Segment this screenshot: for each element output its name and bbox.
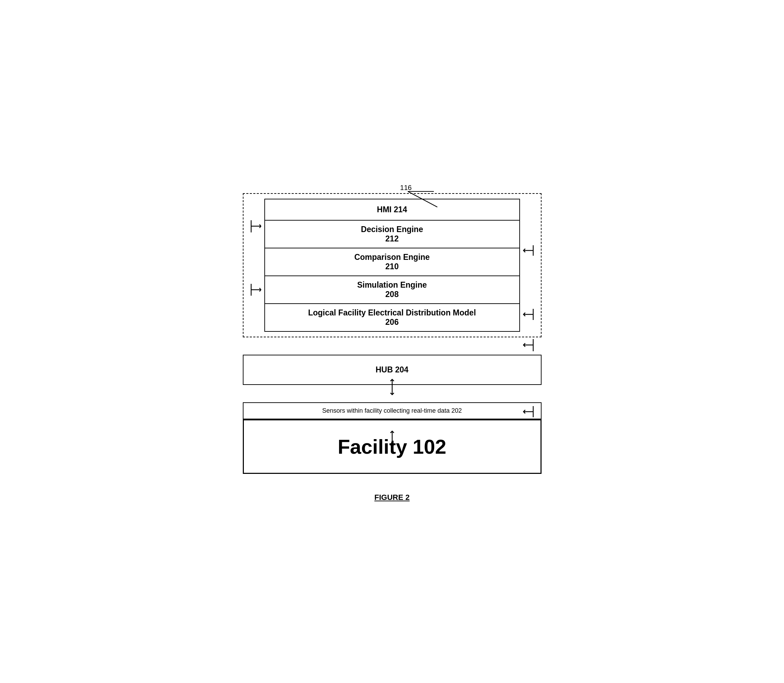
- stacked-components: HMI 214 Decision Engine 212 Comparison E…: [265, 199, 520, 332]
- sensors-label: Sensors within facility collecting real-…: [322, 407, 462, 414]
- figure-label: FIGURE 2: [374, 493, 410, 502]
- sensors-block: Sensors within facility collecting real-…: [243, 402, 542, 419]
- logical-facility-block: Logical Facility Electrical Distribution…: [265, 304, 520, 332]
- simulation-engine-number: 208: [272, 290, 512, 299]
- hub-label: HUB 204: [375, 365, 409, 374]
- facility-label: Facility 102: [338, 435, 446, 458]
- decision-engine-number: 212: [272, 234, 512, 244]
- dashed-outer-box: HMI 214 Decision Engine 212 Comparison E…: [243, 193, 542, 337]
- decision-engine-title: Decision Engine: [272, 225, 512, 234]
- facility-block: Facility 102: [243, 419, 542, 474]
- comparison-engine-block: Comparison Engine 210: [265, 249, 520, 276]
- hub-block: HUB 204: [243, 355, 542, 385]
- comparison-engine-number: 210: [272, 262, 512, 271]
- logical-facility-number: 206: [272, 317, 512, 327]
- hmi-block: HMI 214: [265, 199, 520, 221]
- comparison-engine-title: Comparison Engine: [272, 253, 512, 262]
- simulation-engine-title: Simulation Engine: [272, 281, 512, 290]
- main-diagram: 116 HMI 214 Decision Engine 212 Comparis…: [236, 181, 548, 502]
- ref-number-116: 116: [400, 184, 412, 192]
- decision-engine-block: Decision Engine 212: [265, 221, 520, 249]
- simulation-engine-block: Simulation Engine 208: [265, 276, 520, 304]
- logical-facility-title: Logical Facility Electrical Distribution…: [272, 308, 512, 317]
- ref-number-container: 116: [236, 181, 548, 192]
- hmi-label: HMI 214: [377, 205, 407, 214]
